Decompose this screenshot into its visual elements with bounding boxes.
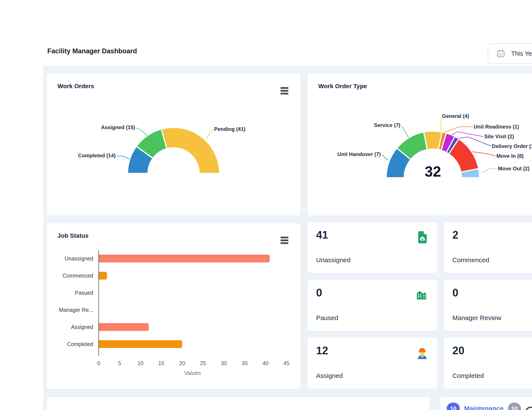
stat-value: 0 xyxy=(316,286,322,299)
label-leader-line xyxy=(444,127,473,132)
document-icon xyxy=(417,231,428,245)
count-badge: 10 xyxy=(447,403,460,410)
stat-value: 20 xyxy=(452,344,465,357)
label-leader-line xyxy=(401,126,409,138)
donut-label: Move Out (2) xyxy=(498,165,529,172)
donut-slice-pending[interactable] xyxy=(162,128,219,173)
x-axis-tick: 15 xyxy=(158,360,164,366)
donut-label: Unit Handover (7) xyxy=(337,151,381,157)
stat-label: Completed xyxy=(452,372,484,379)
bar-category-label: Pasued xyxy=(75,290,93,296)
x-axis-tick: 40 xyxy=(263,360,269,366)
stat-label: Paused xyxy=(316,314,338,322)
stat-card-commenced: 2 Commenced xyxy=(444,222,532,273)
x-axis-tick: 0 xyxy=(97,360,100,366)
period-select-label: This Year xyxy=(511,50,532,57)
stat-card-completed: 20 Completed xyxy=(444,338,532,389)
bottom-left-card xyxy=(47,397,430,410)
donut-label: Unit Readiness (1) xyxy=(474,124,519,130)
stat-label: Unassigned xyxy=(316,256,350,264)
bar-category-label: Assigned xyxy=(71,324,93,330)
calendar-icon xyxy=(496,49,505,58)
job-status-card: Job Status UnassignedCommencedPasuedMana… xyxy=(47,223,301,389)
x-axis-tick: 5 xyxy=(118,360,121,366)
x-axis-tick: 30 xyxy=(221,360,227,366)
bar-unassigned[interactable] xyxy=(99,255,270,263)
mini-arc-icon xyxy=(525,404,532,410)
donut-label: Move In (8) xyxy=(496,153,523,159)
stat-value: 41 xyxy=(316,229,328,241)
donut-label: Assigned (15) xyxy=(101,124,135,130)
x-axis-tick: 20 xyxy=(179,360,185,366)
stat-label: Manager Review xyxy=(452,314,501,322)
label-leader-line xyxy=(382,155,388,160)
donut-label: General (4) xyxy=(442,113,469,119)
stat-value: 12 xyxy=(316,344,328,357)
work-orders-card: Work Orders Completed (14)Assigned (15)P… xyxy=(47,74,301,216)
x-axis-tick: 10 xyxy=(137,360,143,366)
stat-value: 0 xyxy=(452,286,458,299)
label-leader-line xyxy=(117,156,130,159)
worker-icon xyxy=(417,346,428,360)
bottom-right-card: 10 Maintenance 10 xyxy=(440,397,532,410)
bar-category-label: Manager Re... xyxy=(59,307,93,313)
page-title: Facility Manager Dashboard xyxy=(47,47,137,55)
stat-card-assigned: 12 Assigned xyxy=(307,338,437,389)
bar-completed[interactable] xyxy=(99,340,182,348)
label-leader-line xyxy=(451,132,483,137)
bar-category-label: Unassigned xyxy=(65,255,93,262)
x-axis-tick: 25 xyxy=(200,360,206,366)
work-orders-chart xyxy=(47,74,301,216)
stat-card-manager-review: 0 Manager Review xyxy=(444,280,532,331)
donut-label: Service (7) xyxy=(374,122,400,128)
facility-manager-dashboard: Facility Manager Dashboard This Year Wor… xyxy=(0,0,532,410)
stat-label: Assigned xyxy=(316,372,343,379)
label-leader-line xyxy=(136,128,147,136)
stat-value: 2 xyxy=(452,229,458,241)
x-axis-tick: 35 xyxy=(242,360,248,366)
maintenance-label: Maintenance xyxy=(464,405,504,410)
stat-card-unassigned: 41 Unassigned xyxy=(307,222,437,273)
bar-commenced[interactable] xyxy=(99,272,107,280)
donut-label: Completed (14) xyxy=(78,153,116,159)
count-badge: 10 xyxy=(508,403,521,410)
donut-label: Pending (41) xyxy=(214,126,245,132)
label-leader-line xyxy=(481,169,497,173)
job-status-chart: UnassignedCommencedPasuedManager Re...As… xyxy=(47,223,301,389)
stat-label: Commenced xyxy=(452,256,489,264)
stat-card-paused: 0 Paused xyxy=(307,280,437,331)
label-leader-line xyxy=(206,130,213,139)
bar-assigned[interactable] xyxy=(99,323,149,331)
work-order-type-total: 32 xyxy=(409,163,457,180)
label-leader-line xyxy=(472,152,495,156)
x-axis-tick: 45 xyxy=(283,360,289,366)
bar-category-label: Commenced xyxy=(63,273,93,279)
maintenance-row[interactable]: 10 Maintenance 10 xyxy=(440,397,532,410)
donut-label: Delivery Order (1) xyxy=(492,143,532,149)
bar-category-label: Completed xyxy=(67,341,93,347)
work-order-type-card: Work Order Type Unit Handover (7)Service… xyxy=(307,74,532,216)
donut-label: Site Visit (2) xyxy=(484,134,514,140)
period-select-button[interactable]: This Year xyxy=(488,43,532,64)
buildings-icon xyxy=(416,289,428,301)
x-axis-title: Values xyxy=(184,370,201,376)
